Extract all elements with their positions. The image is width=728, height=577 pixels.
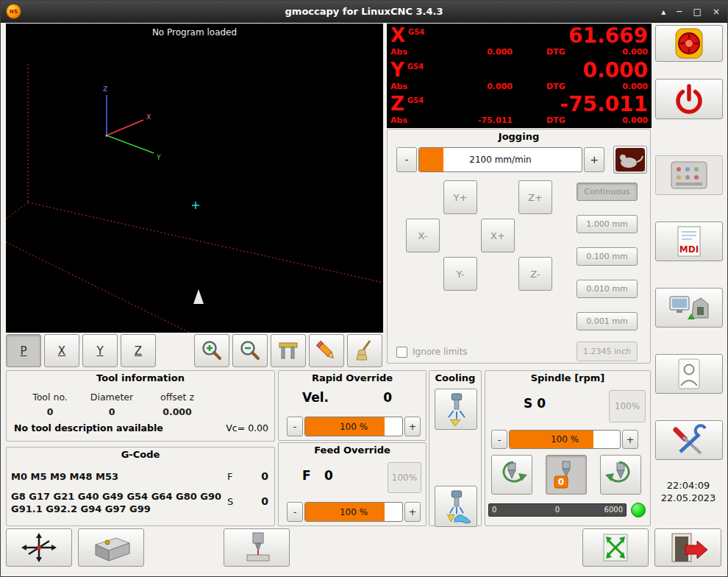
unit-toggle-button[interactable]: 1.2345 inch: [577, 341, 638, 361]
feed-reset-button[interactable]: 100%: [388, 462, 421, 493]
preview-scene: Z X Y: [6, 24, 383, 333]
increment-0001mm-button[interactable]: 0.001 mm: [577, 312, 638, 330]
cooling-panel: Cooling: [429, 370, 482, 526]
increment-continuous-button[interactable]: Continuous: [577, 183, 638, 201]
tool-measure-button[interactable]: [224, 528, 290, 567]
view-x-button[interactable]: X: [44, 334, 79, 367]
machine-settings-button[interactable]: [655, 155, 723, 195]
mist-coolant-button[interactable]: [435, 389, 477, 430]
close-button[interactable]: ×: [713, 7, 720, 17]
zoom-out-button[interactable]: [232, 334, 268, 367]
touch-off-axes-button[interactable]: [6, 528, 72, 567]
dro-y-letter: Y: [390, 60, 404, 79]
exit-button[interactable]: [654, 528, 721, 567]
jog-y-plus-button[interactable]: Y+: [443, 180, 477, 214]
zoom-in-button[interactable]: [194, 334, 229, 367]
minimize-button[interactable]: ─: [677, 7, 682, 17]
mdi-mode-button[interactable]: MDI: [655, 222, 723, 261]
jog-speed-minus-button[interactable]: -: [396, 147, 417, 172]
rapid-vel-value: 0: [383, 390, 392, 405]
spindle-cw-button[interactable]: [600, 455, 641, 495]
feed-override-slider[interactable]: 100 %: [304, 502, 403, 522]
flood-coolant-button[interactable]: [435, 486, 477, 527]
zoom-in-icon: [199, 339, 224, 364]
jog-x-plus-button[interactable]: X+: [481, 219, 515, 252]
view-perspective-button[interactable]: P: [6, 334, 41, 367]
tool-no-header: Tool no.: [24, 392, 76, 403]
jog-speed-slider[interactable]: 2100 mm/min: [418, 147, 582, 172]
jog-z-plus-button[interactable]: Z+: [518, 180, 552, 214]
diameter-value: 0: [83, 406, 140, 417]
feed-plus-button[interactable]: +: [404, 502, 421, 522]
offset-z-value: 0.000: [151, 406, 204, 417]
jog-z-minus-button[interactable]: Z-: [518, 257, 552, 291]
increment-1mm-button[interactable]: 1.000 mm: [577, 215, 638, 233]
rapid-minus-button[interactable]: -: [287, 417, 303, 436]
preview-message: No Program loaded: [6, 27, 383, 38]
svg-text:MDI: MDI: [679, 244, 699, 255]
jog-speed-plus-button[interactable]: +: [584, 147, 604, 172]
flood-icon: [439, 489, 473, 524]
dro-axis-z[interactable]: Z G54 -75.011 Abs -75.011 DTG 0.000: [390, 94, 648, 127]
caliper-icon: [276, 339, 301, 364]
offset-z-header: offset z: [151, 392, 204, 403]
rapid-override-panel: Rapid Override Vel. 0 - 100 % +: [278, 370, 427, 441]
spindle-ccw-icon: [494, 459, 529, 491]
keep-above-button[interactable]: ▴: [661, 7, 665, 17]
tools-icon: [667, 424, 711, 456]
clear-plot-button[interactable]: [347, 334, 382, 367]
estop-button[interactable]: [655, 25, 723, 62]
ignore-limits-checkbox[interactable]: [396, 347, 407, 358]
spindle-plus-button[interactable]: +: [622, 430, 638, 449]
tool-info-panel: Tool information Tool no. Diameter offse…: [6, 370, 275, 442]
dro-x-dtg-value: 0.000: [565, 47, 648, 57]
jog-x-minus-button[interactable]: X-: [406, 219, 440, 252]
increment-01mm-button[interactable]: 0.100 mm: [577, 247, 638, 266]
dro-z-abs-label: Abs: [390, 116, 413, 125]
diameter-header: Diameter: [83, 392, 140, 403]
exit-door-icon: [666, 531, 710, 564]
jog-y-minus-button[interactable]: Y-: [443, 257, 477, 291]
jog-speed-toggle-button[interactable]: [613, 146, 647, 174]
dro-axis-y[interactable]: Y G54 0.000 Abs 0.000 DTG 0.000: [390, 60, 648, 93]
spindle-minus-button[interactable]: -: [491, 430, 507, 449]
rapid-plus-button[interactable]: +: [404, 417, 421, 436]
x-axis-line: [107, 120, 143, 135]
tool-info-title: Tool information: [7, 372, 274, 383]
app-window: NS gmoccapy for LinuxCNC 3.4.3 ▴ ─ □ × Z…: [0, 0, 728, 577]
clock-time: 22:04:09: [652, 479, 724, 492]
dro-z-abs-value: -75.011: [413, 116, 513, 125]
settings-tools-button[interactable]: [655, 420, 723, 460]
fullscreen-toggle-button[interactable]: [582, 528, 649, 567]
view-z-button[interactable]: Z: [121, 334, 156, 367]
clock-date: 22.05.2023: [652, 492, 724, 504]
dro-x-abs-value: 0.000: [413, 47, 513, 57]
dro-axis-x[interactable]: X G54 61.669 Abs 0.000 DTG 0.000: [390, 26, 648, 58]
dro-y-system: G54: [407, 63, 424, 71]
maximize-button[interactable]: □: [693, 7, 702, 17]
toggle-dimensions-button[interactable]: [271, 334, 306, 367]
x-axis-label: X: [146, 113, 151, 121]
gremlin-preview[interactable]: Z X Y No Program loaded: [6, 24, 383, 333]
user-settings-button[interactable]: [655, 354, 723, 394]
tool-measure-icon: [231, 531, 282, 564]
broom-icon: [352, 339, 377, 364]
view-y-button[interactable]: Y: [82, 334, 118, 367]
rapid-override-slider[interactable]: 100 %: [304, 417, 403, 436]
spindle-stop-button[interactable]: 0: [546, 455, 587, 495]
dro-z-system: G54: [407, 96, 424, 105]
increment-001mm-button[interactable]: 0.010 mm: [577, 280, 638, 298]
touch-plate-button[interactable]: [78, 528, 144, 567]
spindle-override-slider[interactable]: 100 %: [509, 430, 621, 449]
view-y-label: Y: [96, 344, 103, 358]
machine-on-button[interactable]: [655, 79, 723, 119]
feed-minus-button[interactable]: -: [287, 502, 303, 522]
machine-limits-lines: [6, 64, 383, 333]
jogging-title: Jogging: [388, 131, 650, 142]
dro-z-value: -75.011: [560, 94, 648, 114]
spindle-ccw-button[interactable]: [491, 455, 532, 495]
dro-panel[interactable]: X G54 61.669 Abs 0.000 DTG 0.000 Y G54 0…: [387, 24, 652, 128]
auto-mode-button[interactable]: [655, 288, 723, 328]
draw-path-button[interactable]: [309, 334, 344, 367]
spindle-reset-button[interactable]: 100%: [609, 390, 646, 422]
